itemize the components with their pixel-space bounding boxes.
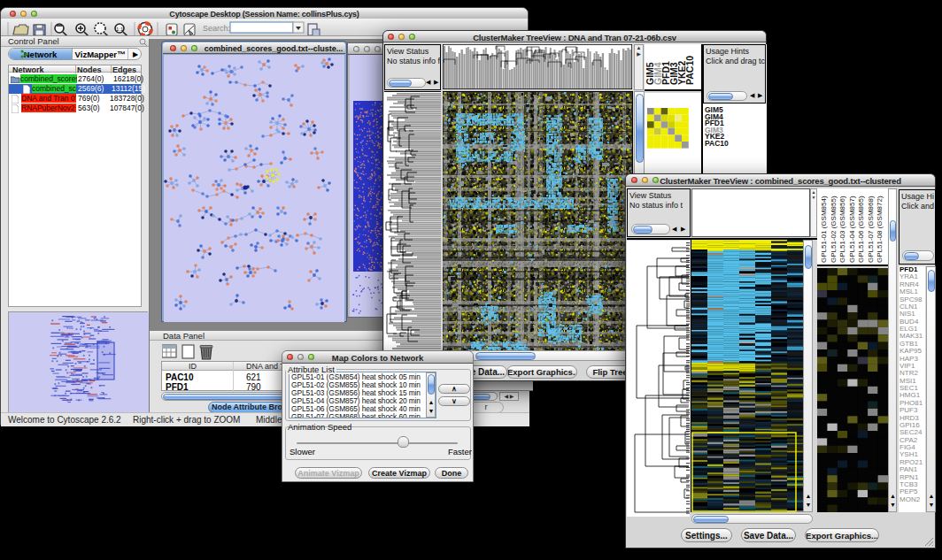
- svg-text:Search:: Search:: [203, 24, 230, 33]
- svg-text:1:1: 1:1: [116, 27, 124, 32]
